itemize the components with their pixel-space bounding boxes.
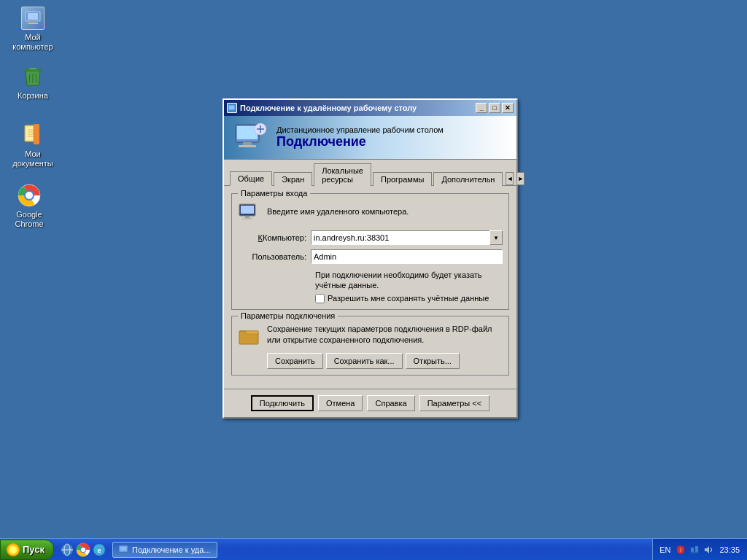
- my-documents-icon[interactable]: Мои документы: [7, 120, 58, 171]
- connection-description: Сохранение текущих параметров подключени…: [267, 324, 503, 346]
- help-button[interactable]: Справка: [367, 395, 414, 411]
- dialog-content: Параметры входа Введите имя удаленного к…: [224, 186, 516, 389]
- svg-rect-4: [24, 69, 42, 71]
- system-tray: EN ! 23:35: [652, 539, 747, 560]
- ie2-quick-icon[interactable]: e: [92, 542, 107, 557]
- dialog-footer: Подключить Отмена Справка Параметры <<: [224, 389, 516, 417]
- tray-volume-icon[interactable]: [703, 544, 714, 556]
- recycle-bin-icon-desktop[interactable]: Корзина: [7, 62, 58, 104]
- tab-screen[interactable]: Экран: [274, 172, 312, 186]
- svg-rect-41: [691, 548, 694, 552]
- svg-rect-39: [120, 547, 126, 551]
- banner-subtitle: Дистанционное управление рабочим столом: [276, 125, 444, 134]
- tab-advanced[interactable]: Дополнительн: [433, 172, 503, 186]
- computer-label: ККомпьютер:: [238, 233, 311, 242]
- folder-icon: [238, 324, 261, 347]
- open-button[interactable]: Открыть...: [406, 353, 460, 369]
- my-computer-icon[interactable]: Мой компьютер: [7, 4, 58, 55]
- svg-rect-2: [30, 21, 36, 23]
- dialog-title-icon: [227, 103, 237, 113]
- save-as-button[interactable]: Сохранить как...: [326, 353, 403, 369]
- close-button[interactable]: ✕: [502, 103, 514, 113]
- save-credentials-label: Разрешить мне сохранять учётные данные: [328, 294, 489, 303]
- svg-text:!: !: [680, 547, 681, 553]
- quick-launch: e: [57, 542, 109, 557]
- svg-rect-19: [230, 106, 233, 109]
- user-label: Пользователь:: [238, 252, 311, 261]
- chrome-quick-icon[interactable]: [76, 542, 90, 557]
- language-indicator[interactable]: EN: [657, 545, 673, 554]
- start-button[interactable]: Пуск: [0, 540, 54, 560]
- svg-rect-1: [28, 13, 38, 20]
- svg-point-17: [26, 192, 33, 199]
- start-label: Пуск: [23, 544, 44, 555]
- svg-text:e: e: [97, 547, 101, 554]
- ie-quick-icon[interactable]: [60, 542, 74, 557]
- user-row: Пользователь:: [238, 249, 503, 264]
- save-credentials-checkbox[interactable]: [315, 294, 325, 303]
- svg-rect-3: [28, 23, 38, 24]
- login-group-title: Параметры входа: [238, 189, 310, 198]
- maximize-button[interactable]: □: [489, 103, 500, 113]
- svg-rect-21: [237, 126, 258, 139]
- save-button[interactable]: Сохранить: [267, 353, 323, 369]
- tab-nav-next[interactable]: ►: [516, 172, 525, 185]
- computer-input[interactable]: [311, 230, 489, 245]
- google-chrome-icon[interactable]: Google Chrome: [4, 181, 55, 232]
- computer-row: ККомпьютер: ▼: [238, 230, 503, 245]
- my-computer-label: Мой компьютер: [10, 33, 55, 52]
- cancel-button[interactable]: Отмена: [318, 395, 363, 411]
- dialog-tabs: Общие Экран Локальные ресурсы Программы …: [224, 160, 516, 186]
- computer-icon: [238, 201, 261, 225]
- computer-hint: Введите имя удаленного компьютера.: [267, 207, 409, 216]
- rdp-dialog: Подключение к удалённому рабочему столу …: [222, 98, 518, 419]
- params-button[interactable]: Параметры <<: [419, 395, 490, 411]
- svg-rect-22: [243, 142, 252, 145]
- tray-security-icon[interactable]: !: [675, 544, 686, 556]
- dialog-title-text: Подключение к удалённому рабочему столу: [240, 104, 474, 112]
- taskbar: Пуск e: [0, 538, 747, 560]
- computer-input-group: ▼: [311, 230, 503, 245]
- svg-rect-14: [34, 124, 39, 144]
- tab-local-resources[interactable]: Локальные ресурсы: [314, 163, 371, 186]
- svg-rect-28: [242, 218, 252, 219]
- svg-rect-43: [691, 552, 698, 553]
- windows-logo-icon: [7, 543, 20, 556]
- tab-programs[interactable]: Программы: [373, 172, 432, 186]
- taskbar-rdp-label: Подключение к уда...: [132, 545, 211, 554]
- connection-buttons: Сохранить Сохранить как... Открыть...: [238, 353, 503, 369]
- banner-title: Подключение: [276, 134, 444, 149]
- my-documents-label: Мои документы: [10, 149, 55, 168]
- user-input[interactable]: [311, 249, 503, 264]
- dialog-titlebar: Подключение к удалённому рабочему столу …: [224, 100, 516, 116]
- tray-network-icon[interactable]: [689, 544, 700, 556]
- minimize-button[interactable]: _: [476, 103, 487, 113]
- taskbar-rdp-btn[interactable]: Подключение к уда...: [112, 542, 217, 558]
- svg-rect-27: [245, 216, 249, 218]
- tab-nav-prev[interactable]: ◄: [506, 172, 514, 185]
- save-credentials-row: Разрешить мне сохранять учётные данные: [238, 294, 503, 303]
- connection-group-title: Параметры подключения: [238, 311, 338, 320]
- svg-rect-42: [695, 546, 698, 552]
- recycle-bin-label: Корзина: [18, 91, 48, 101]
- svg-point-35: [81, 548, 85, 552]
- svg-rect-23: [239, 145, 256, 147]
- connection-params-row: Сохранение текущих параметров подключени…: [238, 324, 503, 347]
- tab-general[interactable]: Общие: [230, 171, 272, 186]
- taskbar-buttons: Подключение к уда...: [109, 542, 652, 558]
- google-chrome-label: Google Chrome: [7, 210, 52, 229]
- banner-icon: [233, 120, 268, 155]
- dialog-banner: Дистанционное управление рабочим столом …: [224, 116, 516, 160]
- banner-text: Дистанционное управление рабочим столом …: [276, 125, 444, 149]
- system-clock: 23:35: [716, 545, 743, 554]
- credentials-note: При подключении необходимо будет указать…: [238, 268, 503, 294]
- svg-rect-26: [241, 206, 254, 214]
- connect-button[interactable]: Подключить: [251, 395, 314, 411]
- computer-dropdown-btn[interactable]: ▼: [489, 230, 503, 245]
